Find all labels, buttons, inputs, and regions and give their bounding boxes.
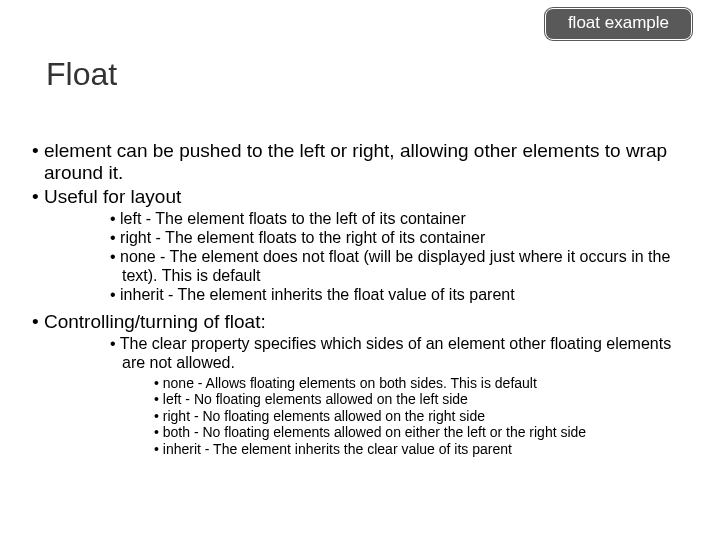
bullet-level2: The clear property specifies which sides…: [30, 335, 690, 373]
bullet-level2: none - The element does not float (will …: [30, 248, 690, 286]
bullet-level2: left - The element floats to the left of…: [30, 210, 690, 229]
bullet-level3: inherit - The element inherits the clear…: [30, 441, 690, 458]
bullet-level2: right - The element floats to the right …: [30, 229, 690, 248]
bullet-level2: inherit - The element inherits the float…: [30, 286, 690, 305]
example-badge: float example: [545, 8, 692, 40]
slide-title: Float: [46, 56, 117, 93]
bullet-level1: element can be pushed to the left or rig…: [30, 140, 690, 185]
bullet-level1: Controlling/turning of float:: [30, 311, 690, 333]
bullet-level3: left - No floating elements allowed on t…: [30, 391, 690, 408]
bullet-level3: both - No floating elements allowed on e…: [30, 424, 690, 441]
bullet-level3: right - No floating elements allowed on …: [30, 408, 690, 425]
slide-body: element can be pushed to the left or rig…: [30, 140, 690, 457]
bullet-level1: Useful for layout: [30, 186, 690, 208]
bullet-level3: none - Allows floating elements on both …: [30, 375, 690, 392]
